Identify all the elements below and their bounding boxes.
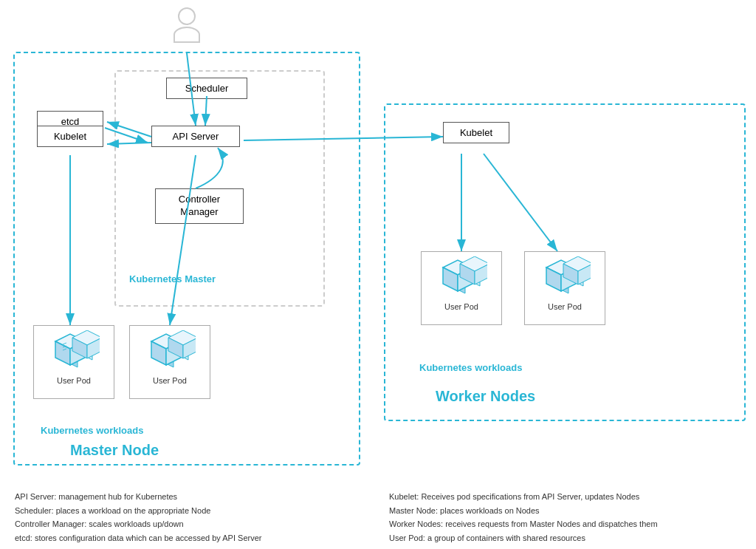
pod-cube-icon-left-1 [48,330,100,375]
footer-right-line-4: User Pod: a group of containers with sha… [389,531,741,545]
kubelet-left-box: Kubelet [37,126,103,147]
pod-left-2: User Pod [129,325,210,399]
diagram-area: etcd Scheduler API Server Controller Man… [0,0,756,488]
user-icon [168,7,205,52]
user-body [173,27,200,43]
footer-right-line-2: Master Node: places workloads on Nodes [389,504,741,518]
controller-manager-box: Controller Manager [155,188,244,224]
footer-right-line-3: Worker Nodes: receives requests from Mas… [389,517,741,531]
footer-left-line-1: API Server: management hub for Kubernete… [15,490,367,504]
k8s-workloads-left-label: Kubernetes workloads [41,425,143,436]
pod-right-2: User Pod [524,251,605,325]
pod-cube-icon-right-2 [539,256,591,301]
footer-left-line-2: Scheduler: places a workload on the appr… [15,504,367,518]
footer-right-line-1: Kubelet: Receives pod specifications fro… [389,490,741,504]
pod-label-right-1: User Pod [444,302,478,311]
pod-label-left-1: User Pod [57,376,91,385]
pod-cube-icon-left-2 [144,330,196,375]
master-node-label: Master Node [70,442,159,459]
api-server-box: API Server [151,126,240,147]
scheduler-box: Scheduler [166,78,247,99]
kubelet-right-box: Kubelet [443,122,509,143]
pod-right-1: User Pod [421,251,502,325]
pod-label-left-2: User Pod [153,376,187,385]
footer-left: API Server: management hub for Kubernete… [15,490,367,542]
footer-left-line-3: Controller Manager: scales workloads up/… [15,517,367,531]
footer-left-line-4: etcd: stores configuration data which ca… [15,531,367,545]
pod-left-1: User Pod [33,325,114,399]
worker-nodes-label: Worker Nodes [436,388,535,405]
pod-label-right-2: User Pod [548,302,582,311]
footer: API Server: management hub for Kubernete… [0,482,756,549]
pod-cube-icon-right-1 [436,256,487,301]
user-head [178,7,196,25]
k8s-workloads-right-label: Kubernetes workloads [419,362,522,373]
footer-right: Kubelet: Receives pod specifications fro… [389,490,741,542]
k8s-master-label: Kubernetes Master [129,273,216,284]
